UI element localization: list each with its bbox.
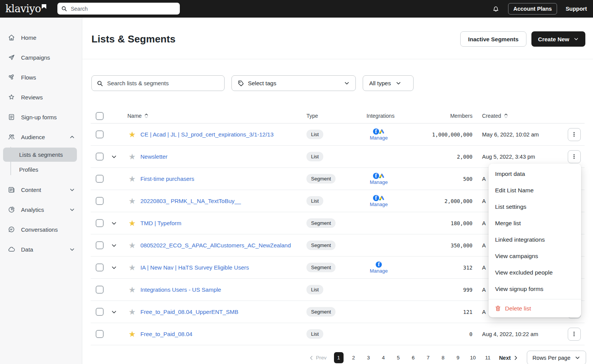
sort-icon (504, 113, 508, 119)
row-actions-button[interactable] (568, 328, 581, 341)
list-name-link[interactable]: 20220803_ PRMK_L_NA_TextToBuy__ (134, 198, 300, 204)
menu-item-linked-integrations[interactable]: Linked integrations (489, 231, 581, 248)
chevron-right-icon (513, 355, 518, 361)
chevron-down-icon[interactable] (111, 265, 117, 271)
manage-integrations-link[interactable]: Manage (370, 179, 388, 185)
sidebar-item-data[interactable]: Data (0, 239, 82, 259)
row-checkbox[interactable] (96, 241, 104, 249)
sidebar-item-conversations[interactable]: Conversations (0, 219, 82, 239)
page-number-button[interactable]: 9 (453, 352, 463, 363)
type-badge: Segment (306, 174, 336, 184)
chevron-down-icon[interactable] (111, 309, 117, 315)
sidebar-item-flows[interactable]: Flows (0, 67, 82, 87)
delete-list-menu-item[interactable]: Delete list (489, 299, 581, 317)
row-checkbox[interactable] (96, 153, 104, 161)
list-name-link[interactable]: Free_to_Paid_08.04 (134, 331, 300, 337)
list-name-link[interactable]: TMD | Typeform (134, 220, 300, 226)
chevron-down-icon (344, 80, 350, 86)
row-checkbox[interactable] (96, 308, 104, 316)
sidebar-item-label: Campaigns (21, 54, 50, 61)
chevron-down-icon[interactable] (111, 242, 117, 249)
prev-page-button[interactable]: Prev (309, 355, 327, 361)
list-name-link[interactable]: Free_to_Paid_08.04_UpperENT_SMB (134, 309, 300, 315)
sidebar-item-content[interactable]: Content (0, 180, 82, 200)
sidebar-subitem-lists-segments[interactable]: Lists & segments (3, 148, 77, 162)
global-search[interactable] (57, 3, 180, 15)
select-tags-dropdown[interactable]: Select tags (231, 75, 356, 91)
integrations-cell: f Manage (367, 262, 391, 274)
list-name-link[interactable]: IA | New Nav | HaTS Survey Eligible User… (134, 264, 300, 271)
sidebar-item-campaigns[interactable]: Campaigns (0, 47, 82, 67)
menu-item-merge-list[interactable]: Merge list (489, 215, 581, 231)
list-search-input[interactable] (106, 80, 219, 87)
menu-item-import-data[interactable]: Import data (489, 166, 581, 182)
chevron-down-icon (573, 36, 579, 42)
row-checkbox[interactable] (96, 219, 104, 227)
bell-icon[interactable] (492, 5, 500, 13)
list-name-link[interactable]: First-time purchasers (134, 176, 300, 182)
type-badge: Segment (306, 307, 336, 317)
account-plans-button[interactable]: Account Plans (508, 3, 557, 15)
created-date: Aug 5, 2022, 3:43 pm (472, 154, 564, 160)
page-number-button[interactable]: 2 (349, 352, 358, 363)
create-new-button[interactable]: Create New (531, 31, 585, 47)
manage-integrations-link[interactable]: Manage (370, 202, 388, 207)
menu-item-view-signup-forms[interactable]: View signup forms (489, 281, 581, 297)
row-checkbox[interactable] (96, 130, 104, 138)
page-number-button[interactable]: 1 (334, 352, 344, 363)
type-badge: Segment (306, 218, 336, 228)
sidebar-item-sign-up-forms[interactable]: Sign-up forms (0, 107, 82, 127)
chevron-down-icon (575, 355, 580, 361)
page-number-button[interactable]: 7 (424, 352, 433, 363)
row-checkbox[interactable] (96, 330, 104, 338)
row-checkbox[interactable] (96, 197, 104, 205)
chevron-down-icon[interactable] (111, 154, 117, 160)
page-number-button[interactable]: 8 (438, 352, 448, 363)
column-header-name[interactable]: Name (107, 113, 300, 119)
chevron-down-icon[interactable] (111, 220, 117, 226)
menu-item-edit-list-name[interactable]: Edit List Name (489, 182, 581, 198)
support-link[interactable]: Support (565, 6, 587, 12)
global-search-input[interactable] (70, 5, 176, 12)
page-number-button[interactable]: 5 (394, 352, 403, 363)
menu-item-view-excluded-people[interactable]: View excluded people (489, 264, 581, 281)
page-number-button[interactable]: 11 (483, 352, 493, 363)
select-all-checkbox[interactable] (96, 112, 104, 120)
list-name-link[interactable]: Integrations Users - US Sample (134, 286, 300, 293)
manage-integrations-link[interactable]: Manage (370, 135, 388, 141)
row-actions-button[interactable] (568, 128, 581, 141)
klaviyo-logo[interactable]: klaviyo (5, 2, 46, 16)
list-search[interactable] (91, 75, 225, 91)
inactive-segments-button[interactable]: Inactive Segments (460, 31, 527, 47)
type-badge: List (306, 329, 323, 339)
page-number-button[interactable]: 4 (379, 352, 388, 363)
data-icon (8, 245, 15, 253)
chevron-left-icon (309, 355, 314, 361)
sidebar-item-reviews[interactable]: Reviews (0, 87, 82, 107)
next-page-button[interactable]: Next (499, 355, 518, 361)
row-checkbox[interactable] (96, 263, 104, 271)
type-filter-dropdown[interactable]: All types (363, 75, 414, 91)
column-header-created[interactable]: Created (472, 113, 564, 119)
sidebar-item-audience[interactable]: Audience (0, 127, 82, 147)
row-checkbox[interactable] (96, 286, 104, 294)
manage-integrations-link[interactable]: Manage (370, 268, 388, 274)
page-number-button[interactable]: 10 (468, 352, 478, 363)
list-name-link[interactable]: Newsletter (134, 153, 300, 160)
list-name-link[interactable]: 08052022_ECO_S_APAC_AllCustomers_AC_NewZ… (134, 242, 300, 249)
menu-item-list-settings[interactable]: List settings (489, 198, 581, 215)
list-name-link[interactable]: CE | Acad | JL | SJ_prod_cert_expiration… (134, 131, 300, 138)
sidebar-item-analytics[interactable]: Analytics (0, 200, 82, 219)
sidebar-item-home[interactable]: Home (0, 28, 82, 47)
sidebar-item-label: Home (21, 34, 36, 41)
sidebar-subitem-profiles[interactable]: Profiles (3, 162, 77, 177)
page-number-button[interactable]: 3 (364, 352, 373, 363)
chevron-down-icon (396, 80, 401, 86)
row-actions-button[interactable] (568, 150, 581, 163)
rows-per-page-button[interactable]: Rows Per page (527, 351, 586, 364)
header-actions: Inactive Segments Create New (460, 31, 585, 47)
page-number-button[interactable]: 6 (409, 352, 418, 363)
menu-item-view-campaigns[interactable]: View campaigns (489, 248, 581, 264)
row-checkbox[interactable] (96, 175, 104, 183)
sidebar-item-label: Content (21, 187, 41, 193)
